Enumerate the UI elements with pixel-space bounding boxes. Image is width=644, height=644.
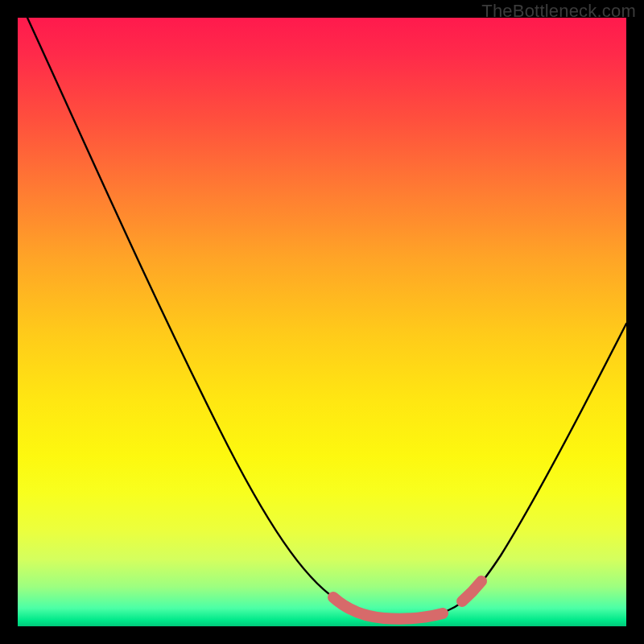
bottleneck-curve: [18, 18, 626, 626]
highlight-valley: [333, 597, 443, 619]
curve-path: [27, 18, 626, 618]
highlight-secondary: [462, 581, 481, 601]
plot-area: [18, 18, 626, 626]
chart-frame: TheBottleneck.com: [0, 0, 644, 644]
